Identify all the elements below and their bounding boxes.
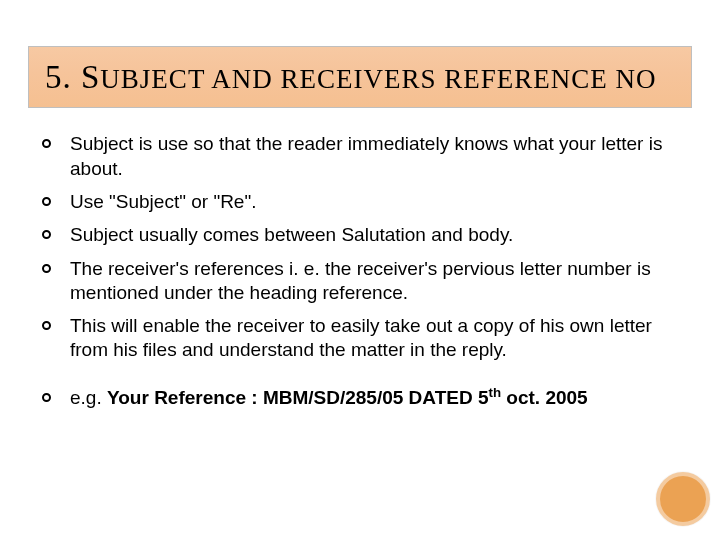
decorative-circle-icon bbox=[656, 472, 710, 526]
title-number: 5. bbox=[45, 59, 81, 95]
title-rest: AND RECEIVERS REFERENCE NO bbox=[205, 64, 657, 94]
slide-title: 5. SUBJECT AND RECEIVERS REFERENCE NO bbox=[45, 59, 675, 95]
example-line: e.g. Your Reference : MBM/SD/285/05 DATE… bbox=[70, 387, 588, 408]
list-item: Subject is use so that the reader immedi… bbox=[34, 132, 686, 181]
list-item: This will enable the receiver to easily … bbox=[34, 314, 686, 363]
example-bold-2: oct. 2005 bbox=[501, 387, 588, 408]
example-sup: th bbox=[489, 384, 502, 399]
bullet-text: Subject usually comes between Salutation… bbox=[70, 224, 513, 245]
example-bold-1: Your Reference : MBM/SD/285/05 DATED 5 bbox=[107, 387, 489, 408]
title-box: 5. SUBJECT AND RECEIVERS REFERENCE NO bbox=[28, 46, 692, 108]
bullet-text: This will enable the receiver to easily … bbox=[70, 315, 652, 360]
title-smallcaps-1: UBJECT bbox=[100, 64, 205, 94]
list-item: Use "Subject" or "Re". bbox=[34, 190, 686, 214]
slide: 5. SUBJECT AND RECEIVERS REFERENCE NO Su… bbox=[0, 0, 720, 540]
example-prefix: e.g. bbox=[70, 387, 107, 408]
list-item-example: e.g. Your Reference : MBM/SD/285/05 DATE… bbox=[34, 386, 686, 410]
title-capital-1: S bbox=[81, 59, 100, 95]
bullet-list: Subject is use so that the reader immedi… bbox=[28, 132, 692, 410]
list-item: Subject usually comes between Salutation… bbox=[34, 223, 686, 247]
bullet-text: The receiver's references i. e. the rece… bbox=[70, 258, 651, 303]
bullet-text: Subject is use so that the reader immedi… bbox=[70, 133, 662, 178]
spacer bbox=[34, 372, 686, 386]
bullet-text: Use "Subject" or "Re". bbox=[70, 191, 256, 212]
list-item: The receiver's references i. e. the rece… bbox=[34, 257, 686, 306]
